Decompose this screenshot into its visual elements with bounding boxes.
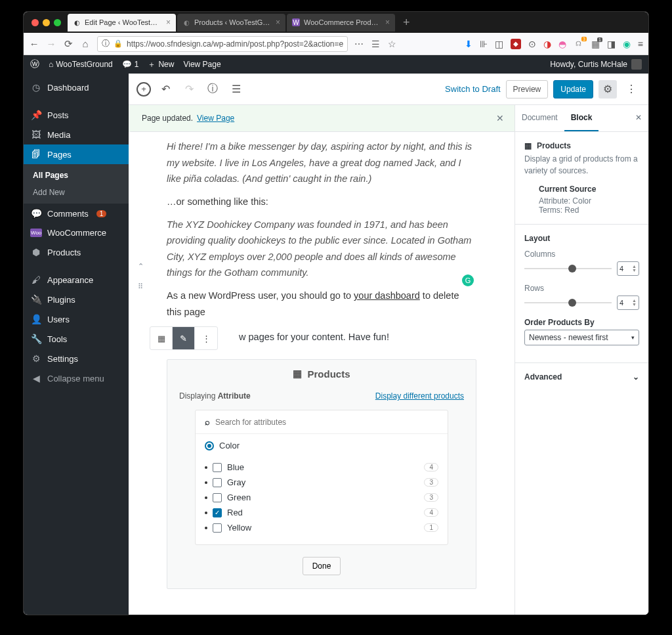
reload-icon[interactable]: ⟳: [63, 38, 74, 50]
info-button[interactable]: ⓘ: [203, 80, 222, 99]
chevron-up-icon[interactable]: ⌃: [138, 262, 144, 271]
submenu-add-new[interactable]: Add New: [24, 184, 129, 201]
menu-users[interactable]: 👤Users: [24, 309, 129, 329]
new-link[interactable]: ＋New: [148, 59, 174, 70]
wordpress-icon[interactable]: ⓦ: [30, 58, 39, 70]
hamburger-icon[interactable]: ≡: [638, 39, 643, 49]
checkbox[interactable]: ✓: [213, 508, 222, 517]
browser-tab[interactable]: ◐ Edit Page ‹ WooTestGround — Wor… ×: [68, 14, 176, 32]
menu-tools[interactable]: 🔧Tools: [24, 329, 129, 349]
reader-icon[interactable]: ☰: [371, 39, 380, 49]
menu-plugins[interactable]: 🔌Plugins: [24, 290, 129, 309]
products-block[interactable]: ▦ Products Displaying Attribute Display …: [167, 359, 476, 589]
close-icon[interactable]: ×: [276, 18, 280, 27]
menu-comments[interactable]: 💬Comments1: [24, 204, 129, 223]
browser-tab[interactable]: ◐ Products ‹ WooTestGround — Wor… ×: [177, 14, 285, 32]
advanced-section[interactable]: Advanced ⌄: [515, 363, 648, 391]
order-select[interactable]: Newness - newest first▾: [524, 330, 639, 345]
paragraph[interactable]: As a new WordPress user, you should go t…: [167, 288, 476, 320]
new-tab-button[interactable]: +: [396, 16, 417, 30]
bookmark-icon[interactable]: ☆: [388, 39, 396, 49]
rows-slider[interactable]: [524, 302, 612, 303]
comments-link[interactable]: 💬1: [122, 60, 139, 69]
display-different-link[interactable]: Display different products: [375, 391, 464, 401]
download-icon[interactable]: ⬇: [465, 39, 472, 49]
grammarly-icon[interactable]: G: [462, 274, 474, 286]
window-controls[interactable]: [28, 19, 61, 26]
url-input[interactable]: ⓘ 🔒 https://woo.sfndesign.ca/wp-admin/po…: [97, 36, 348, 52]
avatar[interactable]: [631, 59, 642, 70]
radio-selected-icon[interactable]: [205, 441, 214, 450]
term-row[interactable]: Green3: [202, 490, 441, 505]
close-icon[interactable]: ✕: [629, 105, 648, 131]
paragraph[interactable]: Hi there! I'm a bike messenger by day, a…: [167, 139, 476, 187]
extension-icon[interactable]: ☊3: [574, 39, 584, 49]
grid-icon[interactable]: ▦: [150, 327, 173, 349]
home-icon[interactable]: ⌂: [80, 38, 91, 49]
done-button[interactable]: Done: [303, 557, 341, 575]
menu-posts[interactable]: 📌Posts: [24, 105, 129, 125]
view-page-link[interactable]: View Page: [183, 60, 220, 69]
drag-handle-icon[interactable]: ⠿: [138, 282, 144, 291]
tab-document[interactable]: Document: [515, 105, 564, 131]
settings-button[interactable]: ⚙: [598, 80, 617, 99]
checkbox[interactable]: [213, 493, 222, 502]
sidebar-icon[interactable]: ◫: [495, 39, 503, 49]
more-button[interactable]: ⋮: [195, 327, 217, 349]
term-row[interactable]: ✓Red4: [202, 505, 441, 520]
forward-icon[interactable]: →: [46, 38, 56, 49]
menu-media[interactable]: 🖾Media: [24, 125, 129, 144]
attribute-option[interactable]: Color: [196, 433, 448, 457]
info-icon[interactable]: ⓘ: [102, 38, 110, 49]
menu-settings[interactable]: ⚙Settings: [24, 349, 129, 368]
extension-icon[interactable]: ▦1: [591, 39, 600, 49]
tab-block[interactable]: Block: [564, 105, 599, 131]
extension-icon[interactable]: ◑: [543, 39, 551, 49]
checkbox[interactable]: [213, 478, 222, 487]
extension-icon[interactable]: ⊙: [528, 39, 536, 49]
dashboard-link[interactable]: your dashboard: [354, 290, 420, 301]
extension-icon[interactable]: ◨: [607, 39, 616, 49]
paragraph[interactable]: …or something like this:: [167, 194, 476, 210]
menu-collapse[interactable]: ◀Collapse menu: [24, 368, 129, 388]
paragraph[interactable]: The XYZ Doohickey Company was founded in…: [167, 217, 476, 282]
menu-pages[interactable]: 🗐Pages: [24, 144, 129, 164]
redo-button[interactable]: ↷: [180, 80, 198, 99]
edit-button[interactable]: ✎: [173, 327, 195, 349]
extension-icon[interactable]: ◓: [558, 39, 566, 49]
undo-button[interactable]: ↶: [156, 80, 175, 99]
attribute-search[interactable]: ⌕: [196, 410, 448, 433]
switch-draft-button[interactable]: Switch to Draft: [445, 84, 501, 94]
site-name[interactable]: ⌂WooTestGround: [49, 60, 113, 69]
checkbox[interactable]: [213, 463, 222, 472]
view-page-link[interactable]: View Page: [197, 114, 234, 123]
add-block-button[interactable]: +: [136, 82, 151, 97]
more-icon[interactable]: ⋯: [354, 39, 364, 49]
browser-tab[interactable]: W WooCommerce Product Blocks ×: [287, 14, 395, 32]
term-row[interactable]: Yellow1: [202, 520, 441, 535]
library-icon[interactable]: ⊪: [480, 39, 488, 49]
term-row[interactable]: Gray3: [202, 475, 441, 490]
close-icon[interactable]: ×: [166, 18, 171, 27]
back-icon[interactable]: ←: [29, 38, 39, 49]
checkbox[interactable]: [213, 523, 222, 533]
columns-slider[interactable]: [524, 268, 612, 269]
menu-dashboard[interactable]: ◷Dashboard: [24, 77, 129, 97]
greeting[interactable]: Howdy, Curtis McHale: [550, 60, 627, 69]
close-icon[interactable]: ×: [385, 18, 390, 27]
term-row[interactable]: Blue4: [202, 460, 441, 475]
preview-button[interactable]: Preview: [506, 80, 549, 99]
update-button[interactable]: Update: [553, 80, 593, 99]
grammarly-icon[interactable]: ◉: [623, 39, 631, 49]
menu-products[interactable]: ⬢Products: [24, 242, 129, 262]
search-input[interactable]: [215, 418, 438, 427]
ublock-icon[interactable]: ◆: [511, 39, 521, 49]
outline-button[interactable]: ☰: [227, 80, 245, 99]
more-button[interactable]: ⋮: [622, 80, 640, 99]
dismiss-icon[interactable]: ✕: [496, 113, 504, 123]
menu-appearance[interactable]: 🖌Appearance: [24, 270, 129, 290]
columns-input[interactable]: 4▲▼: [617, 261, 639, 276]
submenu-all-pages[interactable]: All Pages: [24, 167, 129, 184]
rows-input[interactable]: 4▲▼: [617, 296, 639, 310]
menu-woocommerce[interactable]: WooWooCommerce: [24, 223, 129, 242]
